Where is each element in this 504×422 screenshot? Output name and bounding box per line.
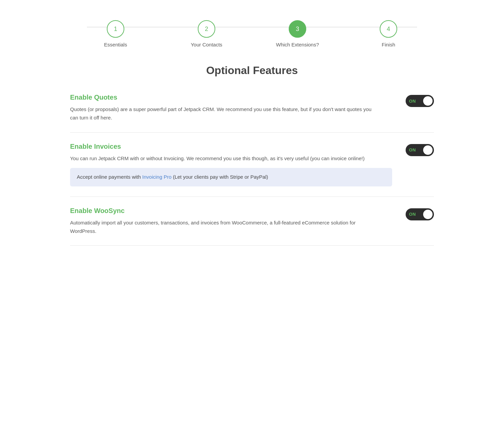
invoicing-pro-link[interactable]: Invoicing Pro bbox=[142, 174, 171, 180]
feature-invoices-notice-suffix: (Let your clients pay with Stripe or Pay… bbox=[171, 174, 268, 180]
step-2-circle: 2 bbox=[198, 20, 215, 38]
toggle-woosync-knob bbox=[423, 210, 433, 219]
feature-quotes-content: Enable Quotes Quotes (or proposals) are … bbox=[70, 94, 392, 122]
stepper: 1 Essentials 2 Your Contacts 3 Which Ext… bbox=[70, 13, 434, 47]
step-2-label: Your Contacts bbox=[191, 42, 222, 47]
features-container: Enable Quotes Quotes (or proposals) are … bbox=[70, 94, 434, 246]
step-3-circle: 3 bbox=[289, 20, 306, 38]
feature-woosync-toggle[interactable]: ON bbox=[406, 208, 434, 220]
toggle-invoices-on-label: ON bbox=[409, 147, 416, 152]
step-4-label: Finish bbox=[382, 42, 395, 47]
page-title: Optional Features bbox=[70, 64, 434, 77]
toggle-quotes-track: ON bbox=[406, 95, 434, 107]
feature-woosync: Enable WooSync Automatically import all … bbox=[70, 197, 434, 246]
step-3: 3 Which Extensions? bbox=[252, 20, 343, 47]
feature-invoices-title: Enable Invoices bbox=[70, 143, 392, 150]
step-1-label: Essentials bbox=[104, 42, 127, 47]
feature-invoices-toggle-wrapper: ON bbox=[406, 143, 434, 156]
step-3-label: Which Extensions? bbox=[276, 42, 319, 47]
step-4-circle: 4 bbox=[380, 20, 397, 38]
toggle-invoices-track: ON bbox=[406, 144, 434, 156]
feature-quotes-title: Enable Quotes bbox=[70, 94, 392, 101]
feature-woosync-title: Enable WooSync bbox=[70, 207, 392, 215]
feature-invoices-description: You can run Jetpack CRM with or without … bbox=[70, 154, 373, 163]
feature-quotes-description: Quotes (or proposals) are a super powerf… bbox=[70, 105, 373, 122]
toggle-quotes-knob bbox=[423, 96, 433, 106]
feature-quotes-toggle-wrapper: ON bbox=[406, 94, 434, 107]
toggle-quotes-on-label: ON bbox=[409, 99, 416, 104]
feature-quotes-toggle[interactable]: ON bbox=[406, 95, 434, 107]
feature-invoices-notice: Accept online payments with Invoicing Pr… bbox=[70, 168, 392, 186]
feature-invoices: Enable Invoices You can run Jetpack CRM … bbox=[70, 133, 434, 197]
step-4: 4 Finish bbox=[343, 20, 434, 47]
feature-quotes: Enable Quotes Quotes (or proposals) are … bbox=[70, 94, 434, 133]
step-1: 1 Essentials bbox=[70, 20, 161, 47]
toggle-invoices-knob bbox=[423, 145, 433, 155]
toggle-woosync-on-label: ON bbox=[409, 212, 416, 217]
feature-invoices-notice-prefix: Accept online payments with bbox=[77, 174, 142, 180]
feature-woosync-content: Enable WooSync Automatically import all … bbox=[70, 207, 392, 236]
feature-invoices-toggle[interactable]: ON bbox=[406, 144, 434, 156]
feature-invoices-content: Enable Invoices You can run Jetpack CRM … bbox=[70, 143, 392, 186]
step-2: 2 Your Contacts bbox=[161, 20, 252, 47]
toggle-woosync-track: ON bbox=[406, 208, 434, 220]
step-1-circle: 1 bbox=[107, 20, 124, 38]
feature-woosync-description: Automatically import all your customers,… bbox=[70, 219, 373, 236]
feature-woosync-toggle-wrapper: ON bbox=[406, 207, 434, 220]
